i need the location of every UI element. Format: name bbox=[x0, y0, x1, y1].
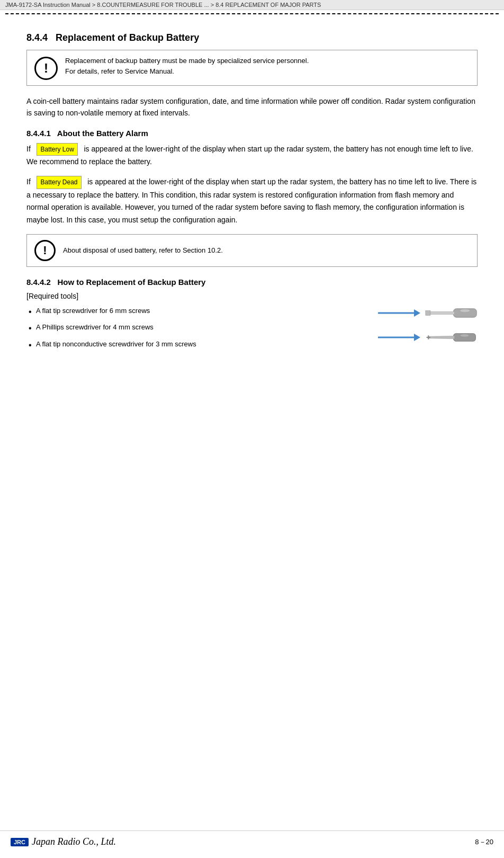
breadcrumb: JMA-9172-SA Instruction Manual > 8.COUNT… bbox=[0, 0, 504, 10]
subsection-heading-8-4-4-1: 8.4.4.1 About the Battery Alarm bbox=[26, 129, 478, 138]
screwdriver-phillips-icon bbox=[425, 330, 478, 345]
list-item: A flat tip screwdriver for 6 mm screws bbox=[26, 306, 367, 316]
battery-low-paragraph: If Battery Low is appeared at the lower-… bbox=[26, 143, 478, 168]
svg-marker-7 bbox=[414, 334, 420, 341]
dashed-separator bbox=[5, 13, 499, 14]
main-content: 8.4.4 Replacement of Backup Battery ! Re… bbox=[0, 17, 504, 377]
list-item: A flat tip nonconductive screwdriver for… bbox=[26, 339, 367, 350]
warning-text-1: Replacement of backup battery must be ma… bbox=[65, 56, 309, 76]
section-heading-8-4-4: 8.4.4 Replacement of Backup Battery bbox=[26, 32, 478, 43]
battery-dead-badge: Battery Dead bbox=[37, 176, 81, 189]
battery-dead-paragraph: If Battery Dead is appeared at the lower… bbox=[26, 176, 478, 227]
jrc-label: JRC bbox=[11, 838, 29, 846]
tools-section: [Required tools] A flat tip screwdriver … bbox=[26, 292, 478, 356]
tools-list: A flat tip screwdriver for 6 mm screws A… bbox=[26, 306, 367, 356]
screwdriver-row-2 bbox=[378, 330, 478, 345]
disposal-warning-text: About disposal of used battery, refer to… bbox=[63, 245, 223, 256]
intro-paragraph: A coin-cell battery maintains radar syst… bbox=[26, 95, 478, 119]
list-item: A Phillips screwdriver for 4 mm screws bbox=[26, 322, 367, 333]
svg-marker-1 bbox=[414, 309, 420, 317]
screwdriver-illustrations bbox=[378, 306, 478, 345]
screwdriver-row-1 bbox=[378, 306, 478, 320]
brand-name: Japan Radio Co., Ltd. bbox=[32, 836, 116, 847]
tools-list-container: A flat tip screwdriver for 6 mm screws A… bbox=[26, 306, 478, 356]
page-number: 8－20 bbox=[475, 837, 493, 847]
svg-rect-4 bbox=[426, 310, 430, 315]
subsection-heading-8-4-4-2: 8.4.4.2 How to Replacement of Backup Bat… bbox=[26, 278, 478, 287]
required-tools-label: [Required tools] bbox=[26, 292, 478, 300]
svg-marker-9 bbox=[429, 336, 454, 338]
disposal-warning-box: ! About disposal of used battery, refer … bbox=[26, 234, 478, 267]
svg-rect-3 bbox=[429, 311, 454, 314]
footer: JRC Japan Radio Co., Ltd. 8－20 bbox=[0, 830, 504, 847]
svg-point-5 bbox=[460, 309, 470, 312]
arrow-icon-2 bbox=[378, 332, 420, 343]
warning-icon-1: ! bbox=[34, 57, 58, 80]
footer-logo: JRC Japan Radio Co., Ltd. bbox=[11, 836, 116, 847]
svg-point-12 bbox=[460, 334, 469, 337]
screwdriver-flat-icon bbox=[425, 306, 478, 320]
arrow-icon-1 bbox=[378, 307, 420, 319]
warning-box-1: ! Replacement of backup battery must be … bbox=[26, 50, 478, 86]
battery-low-badge: Battery Low bbox=[37, 143, 77, 156]
disposal-warning-icon: ! bbox=[34, 240, 56, 261]
